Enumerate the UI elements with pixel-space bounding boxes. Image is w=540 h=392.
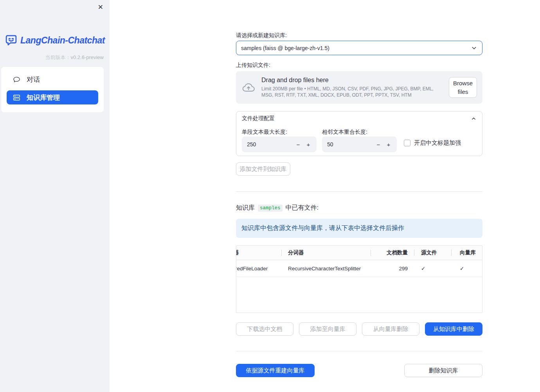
chunk-size-value: 250	[247, 141, 293, 147]
table-header-doc-count[interactable]: 文档数量	[371, 246, 414, 260]
cell-source-check-icon: ✓	[414, 260, 451, 277]
existing-suffix: 中已有文件:	[286, 204, 319, 212]
sidebar-item-kb-management[interactable]: 知识库管理	[7, 90, 98, 104]
chunk-size-input[interactable]: 250 − +	[242, 137, 317, 152]
delete-from-vector-store-button[interactable]: 从向量库删除	[362, 322, 419, 336]
chevron-down-icon	[471, 45, 477, 51]
kb-stack-icon	[13, 94, 21, 102]
divider	[236, 351, 482, 351]
delete-from-kb-button[interactable]: 从知识库中删除	[425, 322, 482, 336]
download-selected-button[interactable]: 下载选中文档	[236, 322, 293, 336]
table-header-splitter[interactable]: 分词器	[281, 246, 371, 260]
existing-files-heading: 知识库 samples 中已有文件:	[236, 204, 319, 212]
info-alert-text: 知识库中包含源文件与向量库，请从下表中选择文件后操作	[241, 224, 404, 232]
dropzone-instructions: Drag and drop files here Limit 200MB per…	[261, 77, 445, 98]
version-value: v0.2.6-preview	[70, 54, 104, 60]
add-to-vector-store-button[interactable]: 添加至向量库	[299, 322, 356, 336]
delete-kb-button[interactable]: 删除知识库	[404, 364, 482, 377]
chevron-up-icon	[471, 116, 477, 122]
dropzone-limit-text: Limit 200MB per file • HTML, MD, JSON, C…	[261, 86, 445, 98]
kb-select[interactable]: samples (faiss @ bge-large-zh-v1.5)	[236, 41, 482, 55]
cell-loader: redFileLoader	[236, 260, 281, 277]
cell-vector-check-icon: ✓	[451, 260, 482, 277]
sidebar-menu: 对话 知识库管理	[1, 67, 104, 112]
chat-bubble-icon	[13, 76, 21, 84]
table-row[interactable]: redFileLoader RecursiveCharacterTextSpli…	[236, 260, 482, 277]
expander-title: 文件处理配置	[242, 115, 471, 122]
chunk-overlap-value: 50	[327, 141, 373, 147]
table-header-vector-store[interactable]: 向量库	[451, 246, 482, 260]
increment-button[interactable]: +	[383, 138, 394, 150]
version-label: 当前版本：	[45, 54, 70, 60]
chunk-size-label: 单段文本最大长度:	[242, 129, 287, 136]
sidebar-item-dialogue[interactable]: 对话	[7, 72, 98, 86]
zh-title-enhance-row[interactable]: 开启中文标题加强	[404, 139, 461, 147]
file-dropzone[interactable]: Drag and drop files here Limit 200MB per…	[236, 71, 482, 104]
increment-button[interactable]: +	[303, 138, 313, 150]
chunk-overlap-input[interactable]: 50 − +	[322, 137, 397, 152]
checkbox-unchecked-icon[interactable]	[404, 140, 410, 146]
sidebar: ✕ LangChain-Chatchat 当前版本：v0.2.6-preview	[0, 0, 110, 392]
dropzone-title: Drag and drop files here	[261, 77, 445, 84]
kb-files-table: 器 分词器 文档数量 源文件 向量库 redFileLoader Recursi…	[236, 245, 482, 313]
version-text: 当前版本：v0.2.6-preview	[45, 54, 104, 61]
table-header-loader[interactable]: 器	[236, 246, 281, 260]
table-header-source-file[interactable]: 源文件	[414, 246, 451, 260]
main-content: 请选择或新建知识库: samples (faiss @ bge-large-zh…	[110, 0, 540, 392]
cloud-upload-icon	[241, 82, 256, 94]
info-alert: 知识库中包含源文件与向量库，请从下表中选择文件后操作	[236, 219, 482, 238]
cell-doc-count: 299	[371, 260, 414, 277]
zh-title-enhance-label[interactable]: 开启中文标题加强	[414, 139, 461, 147]
logo-chat-smiley-icon	[5, 34, 18, 47]
browse-files-button[interactable]: Browse files	[449, 77, 477, 98]
brand-title: LangChain-Chatchat	[20, 35, 105, 46]
kb-select-value: samples (faiss @ bge-large-zh-v1.5)	[241, 45, 471, 51]
brand: LangChain-Chatchat	[5, 34, 105, 47]
upload-label: 上传知识文件:	[236, 62, 270, 69]
close-icon[interactable]: ✕	[96, 2, 105, 12]
add-files-to-kb-button[interactable]: 添加文件到知识库	[236, 162, 290, 176]
table-header-row: 器 分词器 文档数量 源文件 向量库	[236, 246, 482, 260]
existing-prefix: 知识库	[236, 204, 255, 212]
kb-select-label: 请选择或新建知识库:	[236, 32, 287, 39]
app-root: ✕ LangChain-Chatchat 当前版本：v0.2.6-preview	[0, 0, 540, 392]
decrement-button[interactable]: −	[293, 138, 303, 150]
sidebar-item-label: 对话	[27, 75, 40, 84]
kb-name-code: samples	[258, 205, 283, 212]
cell-splitter: RecursiveCharacterTextSplitter	[281, 260, 371, 277]
file-config-expander: 文件处理配置 单段文本最大长度: 相邻文本重合长度: 250 − + 50 − …	[236, 111, 482, 156]
sidebar-item-label: 知识库管理	[27, 93, 60, 102]
rebuild-vector-store-button[interactable]: 依据源文件重建向量库	[236, 364, 315, 377]
divider	[236, 191, 482, 192]
chunk-overlap-label: 相邻文本重合长度:	[322, 129, 367, 136]
decrement-button[interactable]: −	[373, 138, 383, 150]
expander-header[interactable]: 文件处理配置	[236, 111, 482, 124]
